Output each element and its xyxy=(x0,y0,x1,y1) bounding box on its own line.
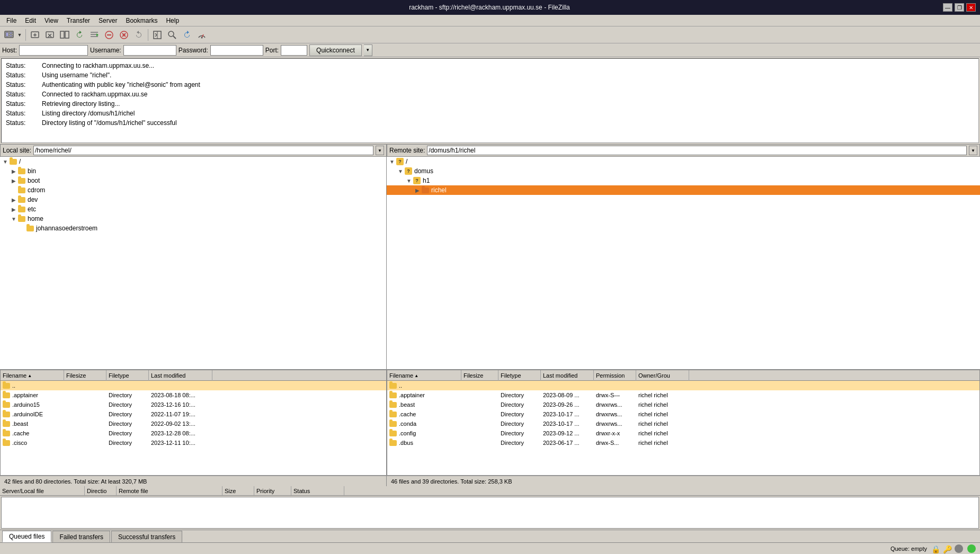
local-tree-item-johannas[interactable]: ▶ johannasoederstroem xyxy=(0,224,386,233)
local-tree-item-boot[interactable]: ▶ boot xyxy=(0,176,386,185)
local-file-dotdot[interactable]: .. xyxy=(1,381,386,390)
toolbar-process-queue[interactable] xyxy=(87,28,101,42)
queue-col-remote-file: Remote file xyxy=(117,486,222,495)
local-file-arduino15[interactable]: .arduino15 Directory 2023-12-16 10:... xyxy=(1,400,386,409)
menu-transfer[interactable]: Transfer xyxy=(63,16,94,25)
menu-help[interactable]: Help xyxy=(162,16,183,25)
status-val-5: Retrieving directory listing... xyxy=(42,99,120,109)
toolbar-dropdown-arrow[interactable]: ▼ xyxy=(16,28,23,42)
remote-col-filename[interactable]: Filename ▲ xyxy=(387,370,461,381)
quickconnect-dropdown[interactable]: ▼ xyxy=(364,44,372,56)
remote-col-modified[interactable]: Last modified xyxy=(541,370,594,381)
local-site-dropdown[interactable]: ▼ xyxy=(376,146,384,155)
toolbar-reconnect[interactable] xyxy=(132,28,146,42)
remote-tree-item-domus[interactable]: ▼ ? domus xyxy=(387,166,980,176)
local-file-beast[interactable]: .beast Directory 2022-09-02 13:... xyxy=(1,419,386,428)
local-col-modified[interactable]: Last modified xyxy=(149,370,212,381)
menu-server[interactable]: Server xyxy=(94,16,121,25)
remote-tree-item-richel[interactable]: ▶ richel xyxy=(387,185,980,195)
folder-icon-dev xyxy=(18,196,26,203)
remote-tree-panel[interactable]: ▼ ? / ▼ ? domus ▼ ? h1 ▶ richel xyxy=(387,157,980,370)
local-file-list[interactable]: Filename ▲ Filesize Filetype Last modifi… xyxy=(0,370,387,476)
local-tree-item-dev[interactable]: ▶ dev xyxy=(0,195,386,204)
password-input[interactable] xyxy=(210,45,263,56)
remote-file-conda[interactable]: .conda Directory 2023-10-17 ... drwxrws.… xyxy=(387,419,979,428)
remote-file-list[interactable]: Filename ▲ Filesize Filetype Last modifi… xyxy=(387,370,980,476)
status-val-3: Authenticating with public key "richel@s… xyxy=(42,80,200,90)
restore-button[interactable]: ❐ xyxy=(955,3,964,12)
folder-icon-cdrom xyxy=(18,186,26,194)
local-tree-item-home[interactable]: ▼ home xyxy=(0,214,386,224)
expand-home: ▼ xyxy=(10,216,18,222)
toolbar-disconnect[interactable] xyxy=(117,28,131,42)
remote-site-label: Remote site: xyxy=(389,147,425,154)
tab-failed-transfers[interactable]: Failed transfers xyxy=(52,531,110,542)
local-col-filename[interactable]: Filename ▲ xyxy=(1,370,64,381)
toolbar-new-tab[interactable] xyxy=(28,28,42,42)
toolbar-refresh[interactable] xyxy=(73,28,86,42)
toolbar-cancel[interactable] xyxy=(102,28,116,42)
status-val-6: Listing directory /domus/h1/richel xyxy=(42,109,135,118)
remote-site-path[interactable] xyxy=(427,146,967,155)
remote-col-owner[interactable]: Owner/Grou xyxy=(636,370,689,381)
local-file-cache[interactable]: .cache Directory 2023-12-28 08:... xyxy=(1,428,386,438)
remote-file-beast[interactable]: .beast Directory 2023-09-26 ... drwxrws.… xyxy=(387,400,979,409)
toolbar-find[interactable] xyxy=(165,28,179,42)
local-tree-item-root[interactable]: ▼ / xyxy=(0,157,386,166)
remote-tree-item-root[interactable]: ▼ ? / xyxy=(387,157,980,166)
status-val-7: Directory listing of "/domus/h1/richel" … xyxy=(42,118,177,128)
remote-file-config[interactable]: .config Directory 2023-09-12 ... drwxr-x… xyxy=(387,428,979,438)
status-key-2: Status: xyxy=(6,70,38,80)
local-tree-panel[interactable]: ▼ / ▶ bin ▶ boot ▶ cdrom ▶ dev xyxy=(0,157,387,370)
queue-col-direction: Directio xyxy=(85,486,117,495)
remote-col-permission[interactable]: Permission xyxy=(594,370,636,381)
toolbar-filter[interactable] xyxy=(150,28,164,42)
remote-file-dbus[interactable]: .dbus Directory 2023-06-17 ... drwx-S...… xyxy=(387,438,979,448)
quickconnect-button[interactable]: Quickconnect xyxy=(309,44,362,56)
username-input[interactable] xyxy=(123,45,176,56)
remote-col-filetype[interactable]: Filetype xyxy=(498,370,541,381)
toolbar-site-manager[interactable] xyxy=(2,28,16,42)
status-key-4: Status: xyxy=(6,90,38,99)
toolbar-split-view[interactable] xyxy=(58,28,72,42)
toolbar-refresh-2[interactable] xyxy=(180,28,194,42)
menu-view[interactable]: View xyxy=(40,16,63,25)
remote-file-dotdot[interactable]: .. xyxy=(387,381,979,390)
local-status-text: 42 files and 80 directories. Total size:… xyxy=(4,478,147,485)
remote-file-apptainer[interactable]: .apptainer Directory 2023-08-09 ... drwx… xyxy=(387,390,979,400)
local-col-filesize[interactable]: Filesize xyxy=(64,370,106,381)
menu-edit[interactable]: Edit xyxy=(21,16,40,25)
local-file-arduinoide[interactable]: .arduinoIDE Directory 2022-11-07 19:... xyxy=(1,409,386,419)
remote-tree-item-h1[interactable]: ▼ ? h1 xyxy=(387,176,980,185)
status-line-3: Status: Authenticating with public key "… xyxy=(6,80,974,90)
remote-file-header: Filename ▲ Filesize Filetype Last modifi… xyxy=(387,370,979,381)
toolbar-speed-limit[interactable] xyxy=(195,28,209,42)
status-line-6: Status: Listing directory /domus/h1/rich… xyxy=(6,109,974,118)
close-button[interactable]: ✕ xyxy=(966,3,976,12)
tab-queued-files[interactable]: Queued files xyxy=(2,531,51,542)
password-label: Password: xyxy=(179,47,208,54)
local-tree-item-bin[interactable]: ▶ bin xyxy=(0,166,386,176)
remote-tree-label-h1: h1 xyxy=(423,177,430,184)
menu-file[interactable]: File xyxy=(2,16,21,25)
host-input[interactable] xyxy=(19,45,88,56)
remote-expand-root: ▼ xyxy=(388,159,396,165)
local-col-filetype[interactable]: Filetype xyxy=(106,370,149,381)
status-line-1: Status: Connecting to rackham.uppmax.uu.… xyxy=(6,61,974,70)
remote-file-cache[interactable]: .cache Directory 2023-10-17 ... drwxrws.… xyxy=(387,409,979,419)
port-input[interactable] xyxy=(281,45,307,56)
remote-expand-h1: ▼ xyxy=(405,178,413,184)
local-tree-item-etc[interactable]: ▶ etc xyxy=(0,204,386,214)
folder-icon-johannas xyxy=(26,225,35,232)
menu-bookmarks[interactable]: Bookmarks xyxy=(121,16,162,25)
remote-col-filesize[interactable]: Filesize xyxy=(461,370,498,381)
tab-successful-transfers[interactable]: Successful transfers xyxy=(111,531,182,542)
local-site-path[interactable] xyxy=(33,146,373,155)
minimize-button[interactable]: — xyxy=(943,3,952,12)
local-file-cisco[interactable]: .cisco Directory 2023-12-11 10:... xyxy=(1,438,386,448)
local-file-apptainer[interactable]: .apptainer Directory 2023-08-18 08:... xyxy=(1,390,386,400)
toolbar-close-tab[interactable] xyxy=(43,28,57,42)
transfer-tabs: Queued files Failed transfers Successful… xyxy=(0,530,980,542)
remote-site-dropdown[interactable]: ▼ xyxy=(969,146,977,155)
local-tree-item-cdrom[interactable]: ▶ cdrom xyxy=(0,185,386,195)
